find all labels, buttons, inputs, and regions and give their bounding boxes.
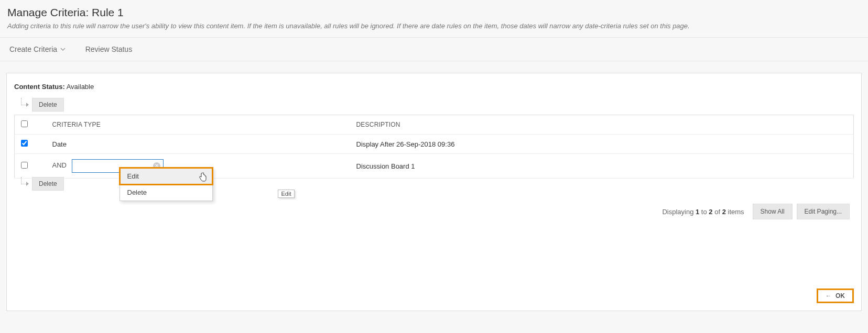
context-menu: Edit Delete Edit <box>120 168 213 201</box>
toolbar: Create Criteria Review Status <box>0 38 868 61</box>
description-header: DESCRIPTION <box>350 115 854 135</box>
connector-arrow-icon <box>19 179 30 188</box>
select-all-checkbox[interactable] <box>21 120 28 127</box>
paging-text: Displaying 1 to 2 of 2 items <box>662 208 744 216</box>
description-cell: Display After 26-Sep-2018 09:36 <box>350 135 854 154</box>
content-status-label: Content Status: <box>14 83 65 91</box>
create-criteria-button[interactable]: Create Criteria <box>9 45 66 53</box>
description-cell: Discussion Board 1 <box>350 154 854 179</box>
content-status: Content Status: Available <box>14 83 854 91</box>
review-status-link[interactable]: Review Status <box>85 45 132 53</box>
row-checkbox[interactable] <box>21 140 28 147</box>
page-title: Manage Criteria: Rule 1 <box>7 6 861 19</box>
paging-bar: Displaying 1 to 2 of 2 items Show All Ed… <box>592 197 854 219</box>
content-status-value: Available <box>67 83 94 91</box>
select-all-header <box>15 115 46 135</box>
ok-label: OK <box>836 292 845 299</box>
menu-item-delete[interactable]: Delete <box>120 184 212 201</box>
criteria-table: CRITERIA TYPE DESCRIPTION Date Display A… <box>14 115 854 179</box>
delete-button-bottom[interactable]: Delete <box>32 177 64 191</box>
criteria-type-header: CRITERIA TYPE <box>46 115 350 135</box>
connector-arrow-icon <box>19 100 30 109</box>
criteria-type-cell[interactable]: Date <box>46 135 350 154</box>
page-subtitle: Adding criteria to this rule will narrow… <box>7 22 861 30</box>
delete-button-top[interactable]: Delete <box>32 98 64 112</box>
cursor-hand-icon <box>199 172 207 183</box>
menu-item-edit-label: Edit <box>127 172 139 180</box>
content-panel: Content Status: Available Delete CRITERI… <box>6 73 862 311</box>
page-header: Manage Criteria: Rule 1 Adding criteria … <box>0 0 868 38</box>
arrow-left-icon: ← <box>826 292 832 299</box>
menu-item-delete-label: Delete <box>127 188 147 196</box>
row-checkbox[interactable] <box>21 162 28 169</box>
tooltip: Edit <box>278 190 295 198</box>
criteria-type-cell: AND ✕ Edit <box>46 154 350 179</box>
ok-button[interactable]: ← OK <box>817 288 854 303</box>
chevron-down-icon <box>60 48 66 51</box>
table-row: Date Display After 26-Sep-2018 09:36 <box>15 135 854 154</box>
delete-bottom-row: Delete <box>19 177 64 191</box>
review-status-label: Review Status <box>85 45 132 53</box>
edit-paging-button[interactable]: Edit Paging... <box>797 204 850 219</box>
and-prefix: AND <box>52 159 67 169</box>
criteria-type-value: Date <box>52 140 67 148</box>
delete-top-row: Delete <box>14 98 854 112</box>
menu-item-edit[interactable]: Edit <box>120 168 212 184</box>
table-row: AND ✕ Edit <box>15 154 854 179</box>
create-criteria-label: Create Criteria <box>9 45 57 53</box>
show-all-button[interactable]: Show All <box>753 204 793 219</box>
